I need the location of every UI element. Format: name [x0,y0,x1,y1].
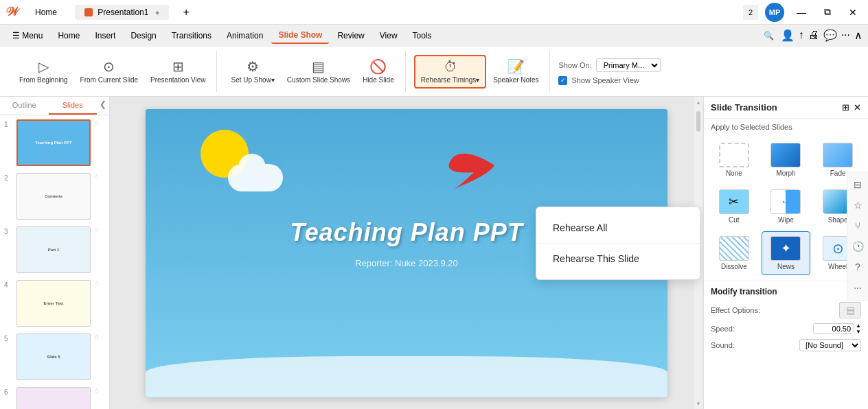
transition-morph[interactable]: Morph [762,138,811,182]
slide-preview-2: Contents [16,173,91,220]
tab-slides[interactable]: Slides [49,97,98,115]
effect-options-button[interactable]: ▤ [839,302,861,318]
from-current-slide-button[interactable]: ⊙ From Current Slide [75,56,144,87]
sidebar-icon-star[interactable]: ☆ [849,196,866,215]
toolbar-group-start: ▷ From Beginning ⊙ From Current Slide ⊞ … [8,51,217,92]
from-beginning-button[interactable]: ▷ From Beginning [14,56,73,87]
slide-thumb-6[interactable]: 6 Part 2 ☆ [3,386,106,409]
search-icon[interactable]: 🔍 [764,31,774,40]
close-button[interactable]: ✕ [843,5,863,19]
presentation-view-button[interactable]: ⊞ Presentation View [145,56,211,87]
wheel-label: Wheel [828,263,847,270]
add-tab-button[interactable]: + [177,6,194,19]
setup-show-button[interactable]: ⚙ Set Up Show▾ [225,56,279,87]
menu-review[interactable]: Review [330,28,371,43]
show-speaker-checkbox[interactable]: ✓ [558,76,567,85]
slide-preview-5: Slide 5 [16,334,91,380]
slide-preview-6: Part 2 [16,387,91,409]
menu-menu[interactable]: ☰ Menu [5,28,49,43]
transitions-grid: None Morph Fade ✂ Cut [704,135,868,281]
minimize-button[interactable]: — [791,5,812,19]
slide-thumb-2[interactable]: 2 Contents ☆ [3,172,106,221]
collapse-icon[interactable]: ∧ [854,29,863,42]
show-on-area: Show On: Primary M... ✓ Show Speaker Vie… [553,56,676,88]
star-icon-1: ☆ [93,119,100,127]
dissolve-icon [719,236,749,261]
morph-label: Morph [776,170,795,177]
transition-news[interactable]: ✦ News [762,231,811,275]
menu-view[interactable]: View [373,28,404,43]
rehearse-dropdown-menu: Rehearse All Rehearse This Slide [536,207,700,280]
show-on-row: Show On: Primary M... [558,58,671,72]
print-icon[interactable]: 🖨 [808,29,819,42]
speed-down-arrow[interactable]: ▼ [856,329,861,335]
user-avatar[interactable]: MP [765,3,784,22]
comment-icon[interactable]: 💬 [823,29,837,42]
menu-animation[interactable]: Animation [220,28,270,43]
menu-design[interactable]: Design [124,28,163,43]
menu-insert[interactable]: Insert [88,28,122,43]
slide-thumb-5[interactable]: 5 Slide 5 ☆ [3,332,106,382]
sidebar-icon-more[interactable]: ··· [849,278,866,297]
slide-thumb-4[interactable]: 4 Enter Text ☆ [3,279,106,328]
share-icon[interactable]: 👤 [781,29,795,42]
sound-select[interactable]: [No Sound] [799,339,861,351]
modify-title: Modify transition [711,287,861,296]
title-bar-right: 2 MP — ⧉ ✕ [743,3,863,22]
transition-dissolve[interactable]: Dissolve [709,231,759,275]
red-arrow-svg [439,138,501,193]
modify-section: Modify transition Effect Options: ▤ Spee… [704,281,868,361]
transition-wipe[interactable]: ← Wipe [762,185,811,229]
sidebar-icon-grid[interactable]: ⊟ [849,175,866,194]
scroll-up-arrow[interactable]: ▲ [696,100,701,106]
menu-tools[interactable]: Tools [406,28,439,43]
dissolve-label: Dissolve [721,263,747,270]
hide-slide-button[interactable]: 🚫 Hide Slide [357,56,400,87]
slide-thumb-1[interactable]: 1 Teaching Plan PPT ☆ [3,118,106,167]
cut-icon: ✂ [719,189,749,214]
from-current-icon: ⊙ [103,58,115,75]
none-icon [719,143,749,167]
sidebar-icon-clock[interactable]: 🕐 [849,237,866,256]
scroll-down-arrow[interactable]: ▼ [696,401,701,407]
tab-home[interactable]: Home [25,5,67,20]
toolbar: ▷ From Beginning ⊙ From Current Slide ⊞ … [0,47,868,96]
left-panel: Outline Slides ❮ 1 Teaching Plan PPT ☆ 2… [0,97,110,409]
setup-show-icon: ⚙ [247,58,259,75]
export-icon[interactable]: ↑ [799,29,804,42]
panel-expand-icon[interactable]: ⊞ [842,102,849,113]
transition-none[interactable]: None [709,138,759,182]
rehearse-this-slide-item[interactable]: Rehearse This Slide [536,244,700,274]
star-icon-6: ☆ [93,387,100,395]
tab-outline[interactable]: Outline [0,97,49,115]
custom-slide-shows-button[interactable]: ▤ Custom Slide Shows [282,56,356,87]
panel-close-icon[interactable]: ✕ [854,102,861,113]
restore-button[interactable]: ⧉ [819,5,836,19]
speaker-notes-button[interactable]: 📝 Speaker Notes [488,56,544,87]
rehearse-timings-button[interactable]: ⏱ Rehearse Timings▾ [414,55,487,89]
star-icon-2: ☆ [93,173,100,180]
sidebar-icon-help[interactable]: ? [849,257,866,277]
show-on-select[interactable]: Primary M... [596,58,661,72]
panel-collapse-icon[interactable]: ❮ [97,97,109,115]
morph-icon [770,143,801,167]
more-icon[interactable]: ··· [841,29,850,42]
speed-input[interactable] [813,323,854,334]
sidebar-icon-branch[interactable]: ⑂ [849,216,866,235]
wipe-label: Wipe [778,216,794,224]
sound-row: Sound: [No Sound] [711,339,861,351]
shape-label: Shape [828,216,848,224]
menu-home[interactable]: Home [51,28,87,43]
menu-bar: ☰ Menu Home Insert Design Transitions An… [0,25,868,47]
speed-up-arrow[interactable]: ▲ [856,323,861,329]
slides-list: 1 Teaching Plan PPT ☆ 2 Contents ☆ 3 Par… [0,115,109,409]
presentation-view-icon: ⊞ [172,58,184,75]
transition-cut[interactable]: ✂ Cut [709,185,759,229]
slide-area: Teaching Plan PPT Reporter: Nuke 2023.9.… [110,97,703,409]
rehearse-all-item[interactable]: Rehearse All [536,213,700,243]
menu-slideshow[interactable]: Slide Show [271,27,329,44]
tab-presentation[interactable]: Presentation1 ● [75,5,169,20]
right-panel-scroll: Apply to Selected Slides None Morph Fade [704,119,868,409]
menu-transitions[interactable]: Transitions [165,28,218,43]
slide-thumb-3[interactable]: 3 Part 1 ☆ [3,225,106,274]
